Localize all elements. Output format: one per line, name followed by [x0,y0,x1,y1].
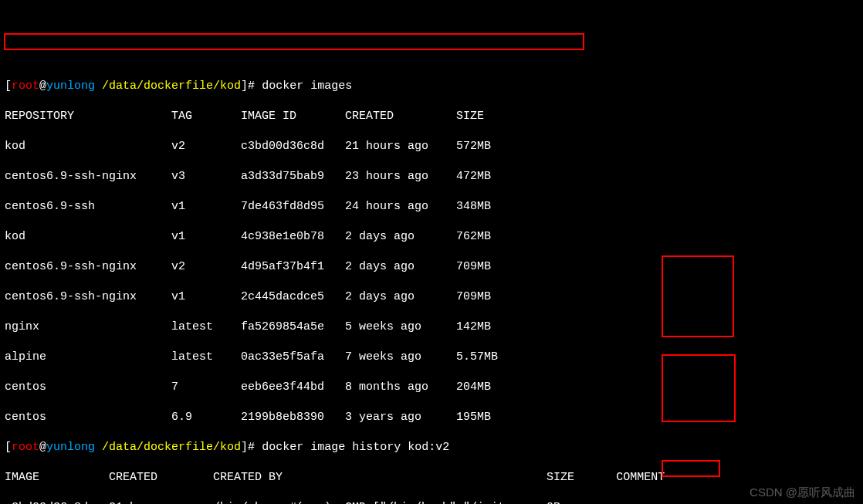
table-row: centos 7 eeb6ee3f44bd 8 months ago 204MB [5,380,858,395]
table-row: kod v1 4c938e1e0b78 2 days ago 762MB [5,229,858,245]
terminal-output: [root@yunlong /data/dockerfile/kod]# doc… [5,63,858,504]
prompt-at: @ [39,441,46,454]
table-row: kod v2 c3bd00d36c8d 21 hours ago 572MB [5,139,858,154]
prompt-host: yunlong [46,79,95,93]
command-text: docker image history kod:v2 [262,441,449,454]
bracket-open: [ [5,441,12,454]
table-row: centos6.9-ssh-nginx v2 4d95af37b4f1 2 da… [5,259,858,275]
table-row: alpine latest 0ac33e5f5afa 7 weeks ago 5… [5,350,858,365]
bracket-close: ]# [241,79,262,93]
bracket-open: [ [5,79,12,93]
prompt-space [95,441,102,454]
docker-history-header: IMAGE CREATED CREATED BY SIZE COMMENT [5,470,858,485]
table-row: centos6.9-ssh v1 7de463fd8d95 24 hours a… [5,199,858,215]
table-row: nginx latest fa5269854a5e 5 weeks ago 14… [5,320,858,335]
prompt-at: @ [39,79,46,93]
prompt-path: /data/dockerfile/kod [102,441,241,454]
watermark-text: CSDN @愿听风成曲 [750,485,855,500]
highlight-box-kod-v2 [4,33,584,50]
docker-images-header: REPOSITORY TAG IMAGE ID CREATED SIZE [5,109,858,124]
prompt-user: root [12,441,39,454]
table-row: centos 6.9 2199b8eb8390 3 years ago 195M… [5,410,858,425]
prompt-line-2[interactable]: [root@yunlong /data/dockerfile/kod]# doc… [5,440,858,455]
prompt-host: yunlong [46,441,95,454]
prompt-user: root [12,79,39,93]
bracket-close: ]# [241,441,262,454]
table-row: centos6.9-ssh-nginx v1 2c445dacdce5 2 da… [5,289,858,305]
prompt-path: /data/dockerfile/kod [102,79,241,93]
command-text: docker images [262,79,352,93]
table-row: centos6.9-ssh-nginx v3 a3d33d75bab9 23 h… [5,169,858,184]
table-row: c3bd00d36c8d 21 hours ago /bin/sh -c #(n… [5,500,858,505]
prompt-line-1[interactable]: [root@yunlong /data/dockerfile/kod]# doc… [5,79,858,94]
prompt-space [95,79,102,93]
